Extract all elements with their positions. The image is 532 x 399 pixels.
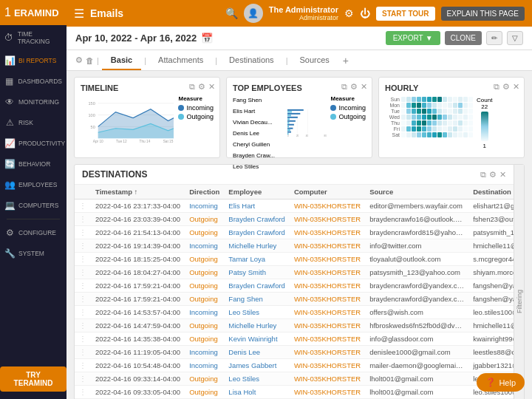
sidebar-item-monitoring[interactable]: 👁 MONITORING: [0, 92, 66, 112]
row-employee[interactable]: Brayden Crawford: [224, 226, 290, 239]
table-row[interactable]: ⋮ 2022-04-16 19:14:39-04:00 Incoming Mic…: [75, 239, 514, 253]
row-employee[interactable]: Lisa Holt: [224, 386, 290, 399]
table-row[interactable]: ⋮ 2022-04-16 09:33:05-04:00 Outgoing Lis…: [75, 386, 514, 399]
basic-settings-icon[interactable]: ⚙: [75, 55, 83, 65]
row-menu[interactable]: ⋮: [75, 319, 91, 332]
filter-sidebar[interactable]: Filtering: [514, 165, 524, 399]
export-button[interactable]: EXPORT ▼: [386, 31, 440, 45]
dest-gear-icon[interactable]: ⚙: [489, 170, 497, 180]
sidebar-item-configure[interactable]: ⚙ CONFIGURE: [0, 222, 66, 243]
row-employee[interactable]: Elis Hart: [224, 200, 290, 213]
filter-button[interactable]: ▽: [507, 31, 523, 45]
th-source[interactable]: Source: [365, 185, 468, 200]
th-destination[interactable]: Destination: [468, 185, 514, 200]
sidebar-item-time-tracking[interactable]: ⏱ TIME TRACKING: [0, 25, 66, 50]
tab-sources[interactable]: Sources: [290, 51, 338, 70]
dest-close-icon[interactable]: ✕: [499, 170, 506, 180]
row-computer[interactable]: WIN-035KHORSTER: [290, 279, 365, 293]
clone-button[interactable]: CLONE: [445, 31, 482, 45]
row-menu[interactable]: ⋮: [75, 279, 91, 293]
table-row[interactable]: ⋮ 2022-04-16 23:03:39-04:00 Outgoing Bra…: [75, 213, 514, 226]
row-computer[interactable]: WIN-035KHORSTER: [290, 293, 365, 306]
row-computer[interactable]: WIN-035KHORSTER: [290, 226, 365, 239]
try-teramind-button[interactable]: TRY TERAMIND: [0, 366, 66, 392]
sidebar-item-risk[interactable]: ⚠ RISK: [0, 112, 66, 133]
tab-attachments[interactable]: Attachments: [149, 51, 212, 70]
row-menu[interactable]: ⋮: [75, 253, 91, 266]
table-row[interactable]: ⋮ 2022-04-16 18:15:25-04:00 Outgoing Tam…: [75, 253, 514, 266]
row-computer[interactable]: WIN-035KHORSTER: [290, 332, 365, 346]
row-employee[interactable]: Kevin Wainright: [224, 332, 290, 346]
search-icon[interactable]: 🔍: [225, 7, 238, 19]
hourly-copy-icon[interactable]: ⧉: [494, 82, 499, 92]
row-menu[interactable]: ⋮: [75, 306, 91, 319]
table-row[interactable]: ⋮ 2022-04-16 09:33:14-04:00 Outgoing Leo…: [75, 372, 514, 386]
row-computer[interactable]: WIN-035KHORSTER: [290, 306, 365, 319]
row-employee[interactable]: Denis Lee: [224, 346, 290, 359]
row-computer[interactable]: WIN-035KHORSTER: [290, 319, 365, 332]
row-computer[interactable]: WIN-035KHORSTER: [290, 372, 365, 386]
row-menu[interactable]: ⋮: [75, 266, 91, 279]
row-menu[interactable]: ⋮: [75, 226, 91, 239]
tab-basic[interactable]: Basic: [102, 51, 141, 70]
hourly-close-icon[interactable]: ✕: [513, 82, 519, 92]
row-computer[interactable]: WIN-035KHORSTER: [290, 253, 365, 266]
tab-destinations[interactable]: Destinations: [220, 51, 283, 70]
top-emp-gear-icon[interactable]: ⚙: [350, 82, 358, 92]
row-computer[interactable]: WIN-035KHORSTER: [290, 359, 365, 372]
row-menu[interactable]: ⋮: [75, 200, 91, 213]
row-employee[interactable]: Michelle Hurley: [224, 239, 290, 253]
edit-button[interactable]: ✏: [486, 31, 502, 45]
sidebar-item-behavior[interactable]: 🔄 BEHAVIOR: [0, 154, 66, 174]
calendar-icon[interactable]: 📅: [201, 33, 213, 44]
settings-icon[interactable]: ⚙: [344, 7, 354, 19]
row-employee[interactable]: James Gabbert: [224, 359, 290, 372]
table-row[interactable]: ⋮ 2022-04-16 17:59:21-04:00 Outgoing Fan…: [75, 293, 514, 306]
row-employee[interactable]: Brayden Crawford: [224, 279, 290, 293]
timeline-gear-icon[interactable]: ⚙: [198, 82, 205, 92]
row-employee[interactable]: Leo Stiles: [224, 372, 290, 386]
table-row[interactable]: ⋮ 2022-04-16 11:19:05-04:00 Incoming Den…: [75, 346, 514, 359]
power-icon[interactable]: ⏻: [360, 7, 370, 19]
table-row[interactable]: ⋮ 2022-04-16 10:54:48-04:00 Incoming Jam…: [75, 359, 514, 372]
sidebar-item-bi-reports[interactable]: 📊 BI REPORTS: [0, 50, 66, 71]
row-employee[interactable]: Tamar Loya: [224, 253, 290, 266]
sidebar-item-dashboards[interactable]: ▦ DASHBOARDS: [0, 71, 66, 92]
row-employee[interactable]: Fang Shen: [224, 293, 290, 306]
sidebar-item-computers[interactable]: 💻 COMPUTERS: [0, 195, 66, 216]
sidebar-item-productivity[interactable]: 📈 PRODUCTIVITY: [0, 133, 66, 154]
row-menu[interactable]: ⋮: [75, 213, 91, 226]
row-employee[interactable]: Patsy Smith: [224, 266, 290, 279]
top-emp-copy-icon[interactable]: ⧉: [341, 82, 347, 92]
row-menu[interactable]: ⋮: [75, 346, 91, 359]
row-menu[interactable]: ⋮: [75, 359, 91, 372]
th-timestamp[interactable]: Timestamp ↑: [91, 185, 185, 200]
table-row[interactable]: ⋮ 2022-04-16 21:54:13-04:00 Outgoing Bra…: [75, 226, 514, 239]
row-computer[interactable]: WIN-035KHORSTER: [290, 213, 365, 226]
row-menu[interactable]: ⋮: [75, 372, 91, 386]
table-row[interactable]: ⋮ 2022-04-16 14:35:38-04:00 Outgoing Kev…: [75, 332, 514, 346]
th-direction[interactable]: Direction: [185, 185, 224, 200]
start-tour-button[interactable]: START TOUR: [376, 7, 435, 21]
top-emp-close-icon[interactable]: ✕: [361, 82, 367, 92]
row-menu[interactable]: ⋮: [75, 239, 91, 253]
sidebar-item-system[interactable]: 🔧 SYSTEM: [0, 243, 66, 264]
table-row[interactable]: ⋮ 2022-04-16 23:17:33-04:00 Incoming Eli…: [75, 200, 514, 213]
row-employee[interactable]: Leo Stiles: [224, 306, 290, 319]
row-computer[interactable]: WIN-035KHORSTER: [290, 239, 365, 253]
sidebar-item-employees[interactable]: 👥 EMPLOYEES: [0, 174, 66, 195]
table-row[interactable]: ⋮ 2022-04-16 14:47:59-04:00 Outgoing Mic…: [75, 319, 514, 332]
table-row[interactable]: ⋮ 2022-04-16 17:59:21-04:00 Outgoing Bra…: [75, 279, 514, 293]
th-computer[interactable]: Computer: [290, 185, 365, 200]
table-row[interactable]: ⋮ 2022-04-16 18:04:27-04:00 Outgoing Pat…: [75, 266, 514, 279]
timeline-copy-icon[interactable]: ⧉: [189, 82, 195, 92]
add-tab-button[interactable]: +: [338, 53, 353, 68]
row-menu[interactable]: ⋮: [75, 293, 91, 306]
hamburger-icon[interactable]: ☰: [74, 7, 84, 21]
th-employee[interactable]: Employee: [224, 185, 290, 200]
row-employee[interactable]: Brayden Crawford: [224, 213, 290, 226]
hourly-gear-icon[interactable]: ⚙: [502, 82, 510, 92]
row-employee[interactable]: Michelle Hurley: [224, 319, 290, 332]
timeline-close-icon[interactable]: ✕: [208, 82, 215, 92]
row-computer[interactable]: WIN-035KHORSTER: [290, 346, 365, 359]
